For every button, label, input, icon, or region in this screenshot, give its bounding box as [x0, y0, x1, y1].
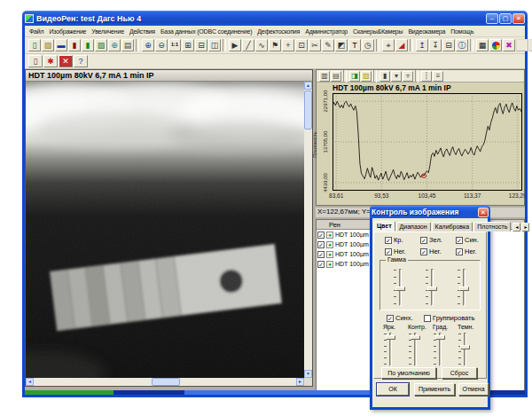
dialog-close-button[interactable]: ✕	[478, 208, 489, 217]
save-green-button[interactable]: ▮	[82, 39, 94, 51]
ok-button[interactable]: ОК	[377, 383, 409, 396]
plot-marker-1-button[interactable]: ▮	[379, 71, 390, 82]
clock-tool-button[interactable]: ◷	[362, 39, 374, 51]
checkbox-sync[interactable]: ✓Синх.	[387, 314, 413, 322]
save-red-button[interactable]: ▮	[68, 39, 81, 51]
crop-tool-button[interactable]: ⊡	[295, 39, 308, 51]
checkbox-blue[interactable]: ✓Син.	[456, 236, 479, 244]
help-button[interactable]: ?	[74, 55, 88, 67]
new-file-button[interactable]: ▯	[28, 39, 41, 51]
menu-item-administrator[interactable]: Администратор	[302, 28, 350, 35]
pointer-tool-button[interactable]: ▶	[229, 39, 241, 51]
gamma-blue-slider-thumb[interactable]	[459, 286, 469, 291]
brightness-slider-thumb[interactable]	[386, 335, 395, 340]
plot-cursor-button[interactable]: ┆	[421, 71, 432, 82]
text-tool-button[interactable]: T	[348, 39, 361, 51]
color-wheel-button[interactable]	[489, 39, 502, 51]
checkbox-neg-green[interactable]: ✓Нег.	[420, 247, 442, 255]
save-file-button[interactable]: ▬	[55, 39, 67, 51]
checkbox-box[interactable]: ✓	[385, 248, 392, 255]
plot-legend-button[interactable]: ≡	[433, 71, 443, 82]
default-button[interactable]: По умолчанию	[381, 367, 436, 379]
web-globe-button[interactable]: ⊛	[108, 39, 121, 51]
plot-save-button[interactable]: ◨	[349, 71, 360, 82]
target-tool-button[interactable]: ⌖	[382, 39, 395, 51]
reset-button[interactable]: Сброс	[442, 367, 477, 379]
shadow-slider-thumb[interactable]	[460, 345, 470, 349]
print-button[interactable]: ▤	[121, 39, 134, 51]
zoom-in-button[interactable]: ⊕	[142, 39, 154, 51]
arrow-down-tool-button[interactable]: ↧	[429, 39, 442, 51]
menu-item-actions[interactable]: Действия	[127, 28, 158, 35]
xray-image[interactable]	[26, 82, 304, 380]
checkbox-box[interactable]: ✓	[456, 248, 463, 255]
delete-button[interactable]: ✕	[59, 55, 73, 67]
plot-bars-button[interactable]: ▥	[319, 71, 330, 82]
checkbox-box[interactable]: ✓	[385, 237, 392, 244]
info-tool-button[interactable]: ⓘ	[456, 39, 468, 51]
plot-marker-2-button[interactable]: ▾	[391, 71, 402, 82]
tab-color[interactable]: Цвет	[373, 221, 395, 232]
shadow-slider-track[interactable]	[464, 333, 466, 366]
scroll-up-icon[interactable]: ▲	[304, 82, 312, 90]
matrix-tool-button[interactable]: ▦	[476, 39, 489, 51]
arrow-up-tool-button[interactable]: ↥	[416, 39, 428, 51]
checkbox-neg-blue[interactable]: ✓Нег.	[456, 247, 477, 255]
plot-palette-button[interactable]: ▨	[361, 71, 372, 82]
zoom-actual-button[interactable]: 1:1	[168, 39, 181, 51]
menu-item-scanners[interactable]: Сканеры&Камеры	[350, 28, 405, 35]
row-checkbox[interactable]: ✓	[317, 251, 325, 258]
contrast-slider-thumb[interactable]	[411, 335, 420, 340]
checkbox-neg-red[interactable]: ✓Нег.	[385, 247, 406, 255]
annotation-tool-button[interactable]: ◩	[335, 39, 348, 51]
tab-scroll-right-icon[interactable]: ►	[521, 223, 529, 232]
menu-item-defectoscopy[interactable]: Дефектоскопия	[254, 28, 302, 35]
menu-item-database[interactable]: База данных (ODBC соединение)	[158, 28, 254, 35]
checkbox-box[interactable]: ✓	[456, 237, 463, 244]
horizontal-scrollbar-thumb[interactable]	[152, 378, 180, 386]
tab-density[interactable]: Плотность	[473, 222, 511, 232]
gamma-green-slider[interactable]	[425, 268, 439, 307]
checkbox-box[interactable]	[424, 315, 431, 322]
tile-windows-button[interactable]: ⊞	[182, 39, 194, 51]
tools-button[interactable]: ✱	[43, 55, 58, 67]
plot-marker-3-button[interactable]: ▿	[403, 71, 413, 82]
scroll-down-icon[interactable]: ▼	[304, 370, 312, 378]
menu-item-image[interactable]: Изображение	[46, 28, 89, 35]
checkbox-box[interactable]: ✓	[420, 248, 427, 255]
color-remove-button[interactable]: ✖	[503, 39, 515, 51]
profile-tool-button[interactable]: ∿	[255, 39, 268, 51]
split-horizontal-button[interactable]: ⊟	[195, 39, 207, 51]
apply-button[interactable]: Применить	[414, 383, 455, 396]
checkbox-box[interactable]: ✓	[387, 315, 394, 322]
flag-marker-button[interactable]: ⚑	[269, 39, 281, 51]
checkbox-box[interactable]: ✓	[420, 237, 427, 244]
maximize-button[interactable]: ▢	[499, 13, 512, 24]
checkbox-green[interactable]: ✓Зел.	[420, 236, 442, 244]
row-checkbox[interactable]: ✓	[317, 241, 325, 248]
zoom-out-button[interactable]: ⊖	[155, 39, 168, 51]
export-image-button[interactable]: ▧	[95, 39, 107, 51]
row-checkbox[interactable]: ✓	[317, 261, 325, 268]
close-button[interactable]: ✕	[512, 13, 525, 24]
histogram-tool-button[interactable]: ◢	[395, 39, 408, 51]
menu-item-help[interactable]: Помощь	[448, 28, 476, 35]
gradation-slider-thumb[interactable]	[435, 335, 445, 340]
row-checkbox[interactable]: ✓	[317, 232, 325, 239]
contrast-slider[interactable]	[408, 332, 422, 367]
gamma-green-slider-thumb[interactable]	[427, 286, 437, 291]
cut-tool-button[interactable]: ✂	[309, 39, 321, 51]
pan-tool-button[interactable]: +	[282, 39, 294, 51]
checkbox-group[interactable]: Группировать	[424, 314, 474, 322]
gamma-red-slider-thumb[interactable]	[395, 286, 405, 291]
menu-item-file[interactable]: Файл	[27, 28, 46, 35]
pencil-tool-button[interactable]: ✎	[322, 39, 334, 51]
report-button[interactable]: ▯	[28, 55, 43, 67]
measure-tool-button[interactable]: ╱	[242, 39, 254, 51]
menu-item-zoom[interactable]: Увеличение	[89, 28, 127, 35]
gamma-blue-slider[interactable]	[457, 268, 471, 307]
tab-scroll-left-icon[interactable]: ◄	[512, 223, 520, 232]
horizontal-scrollbar[interactable]: ◄ ►	[26, 378, 304, 386]
gradation-slider[interactable]	[433, 332, 447, 367]
shadow-slider[interactable]	[458, 332, 472, 367]
